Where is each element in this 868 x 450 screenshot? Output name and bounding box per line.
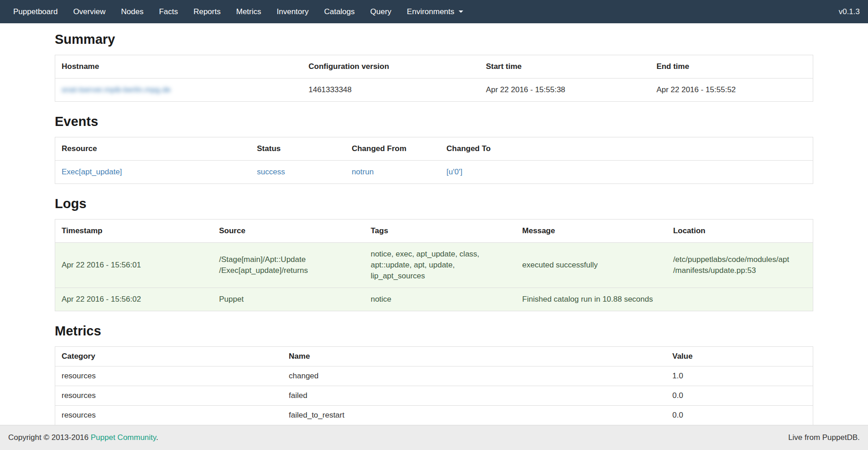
version-label: v0.1.3 [839, 0, 868, 23]
metrics-col-category: Category [55, 347, 282, 366]
log-source-cell: /Stage[main]/Apt::Update/Exec[apt_update… [213, 243, 364, 288]
nav-item-metrics[interactable]: Metrics [228, 0, 269, 23]
end-time-cell: Apr 22 2016 - 15:55:52 [650, 78, 813, 102]
start-time-cell: Apr 22 2016 - 15:55:38 [480, 78, 650, 102]
config-version-cell: 1461333348 [302, 78, 480, 102]
logs-table: Timestamp Source Tags Message Location A… [55, 219, 813, 311]
log-message-cell: executed successfully [516, 243, 667, 288]
metric-category-cell: resources [55, 406, 282, 425]
metrics-header-row: Category Name Value [55, 347, 813, 366]
metric-name-cell: changed [282, 366, 666, 386]
nav-dropdown-environments[interactable]: Environments [399, 0, 471, 23]
summary-col-end-time: End time [650, 55, 813, 78]
metric-row: resources failed_to_restart 0.0 [55, 406, 813, 425]
footer-copyright-suffix: . [156, 433, 158, 442]
footer-source-text: Live from PuppetDB. [788, 433, 860, 442]
summary-col-config-version: Configuration version [302, 55, 480, 78]
footer: Copyright © 2013-2016 Puppet Community. … [0, 425, 868, 450]
logs-col-timestamp: Timestamp [55, 220, 213, 243]
summary-col-start-time: Start time [480, 55, 650, 78]
metric-name-cell: failed [282, 386, 666, 406]
event-changed-from-link[interactable]: notrun [352, 167, 374, 176]
nav-items: Overview Nodes Facts Reports Metrics Inv… [65, 0, 471, 23]
event-resource-link[interactable]: Exec[apt_update] [62, 167, 122, 176]
log-row: Apr 22 2016 - 15:56:01 /Stage[main]/Apt:… [55, 243, 813, 288]
metric-name-cell: failed_to_restart [282, 406, 666, 425]
summary-table: Hostname Configuration version Start tim… [55, 55, 813, 102]
nav-brand-puppetboard[interactable]: Puppetboard [5, 0, 65, 23]
events-col-changed-from: Changed From [345, 137, 440, 161]
main-content: Summary Hostname Configuration version S… [55, 31, 813, 425]
metric-row: resources failed 0.0 [55, 386, 813, 406]
nav-item-reports[interactable]: Reports [186, 0, 229, 23]
metrics-col-name: Name [282, 347, 666, 366]
caret-down-icon [459, 10, 463, 13]
logs-header-row: Timestamp Source Tags Message Location [55, 220, 813, 243]
metric-category-cell: resources [55, 366, 282, 386]
summary-col-hostname: Hostname [55, 55, 302, 78]
nav-item-inventory[interactable]: Inventory [269, 0, 316, 23]
events-heading: Events [55, 113, 813, 130]
metric-value-cell: 1.0 [666, 366, 813, 386]
events-header-row: Resource Status Changed From Changed To [55, 137, 813, 161]
log-message-cell: Finished catalog run in 10.88 seconds [516, 288, 667, 311]
metric-category-cell: resources [55, 386, 282, 406]
log-location-cell: /etc/puppetlabs/code/modules/apt/manifes… [667, 243, 813, 288]
log-tags-cell: notice [364, 288, 516, 311]
nav-item-overview[interactable]: Overview [65, 0, 113, 23]
metric-value-cell: 0.0 [666, 406, 813, 425]
nav-item-catalogs[interactable]: Catalogs [316, 0, 362, 23]
footer-copyright: Copyright © 2013-2016 Puppet Community. [8, 433, 158, 442]
log-row: Apr 22 2016 - 15:56:02 Puppet notice Fin… [55, 288, 813, 311]
log-timestamp-cell: Apr 22 2016 - 15:56:01 [55, 243, 213, 288]
events-table: Resource Status Changed From Changed To … [55, 137, 813, 184]
logs-col-tags: Tags [364, 220, 516, 243]
summary-row: snat-tserver.mpib-berlin.mpg.de 14613333… [55, 78, 813, 102]
nav-item-facts[interactable]: Facts [151, 0, 186, 23]
puppet-community-link[interactable]: Puppet Community [91, 433, 156, 442]
event-status-link[interactable]: success [257, 167, 285, 176]
metric-row: resources changed 1.0 [55, 366, 813, 386]
log-tags-cell: notice, exec, apt_update, class, apt::up… [364, 243, 516, 288]
metrics-col-value: Value [666, 347, 813, 366]
event-changed-to-link[interactable]: [u'0'] [446, 167, 462, 176]
metric-value-cell: 0.0 [666, 386, 813, 406]
logs-heading: Logs [55, 195, 813, 212]
logs-col-location: Location [667, 220, 813, 243]
events-col-status: Status [251, 137, 345, 161]
log-timestamp-cell: Apr 22 2016 - 15:56:02 [55, 288, 213, 311]
events-col-resource: Resource [55, 137, 251, 161]
event-row: Exec[apt_update] success notrun [u'0'] [55, 161, 813, 184]
footer-copyright-text: Copyright © 2013-2016 [8, 433, 91, 442]
nav-item-nodes[interactable]: Nodes [113, 0, 151, 23]
metrics-table: Category Name Value resources changed 1.… [55, 346, 813, 425]
hostname-link[interactable]: snat-tserver.mpib-berlin.mpg.de [62, 85, 171, 94]
log-source-cell: Puppet [213, 288, 364, 311]
nav-item-query[interactable]: Query [362, 0, 399, 23]
logs-col-message: Message [516, 220, 667, 243]
summary-heading: Summary [55, 31, 813, 47]
summary-header-row: Hostname Configuration version Start tim… [55, 55, 813, 78]
nav-dropdown-environments-label: Environments [407, 7, 455, 16]
events-col-changed-to: Changed To [440, 137, 813, 161]
logs-col-source: Source [213, 220, 364, 243]
navbar: Puppetboard Overview Nodes Facts Reports… [0, 0, 868, 23]
log-location-cell [667, 288, 813, 311]
metrics-heading: Metrics [55, 323, 813, 339]
